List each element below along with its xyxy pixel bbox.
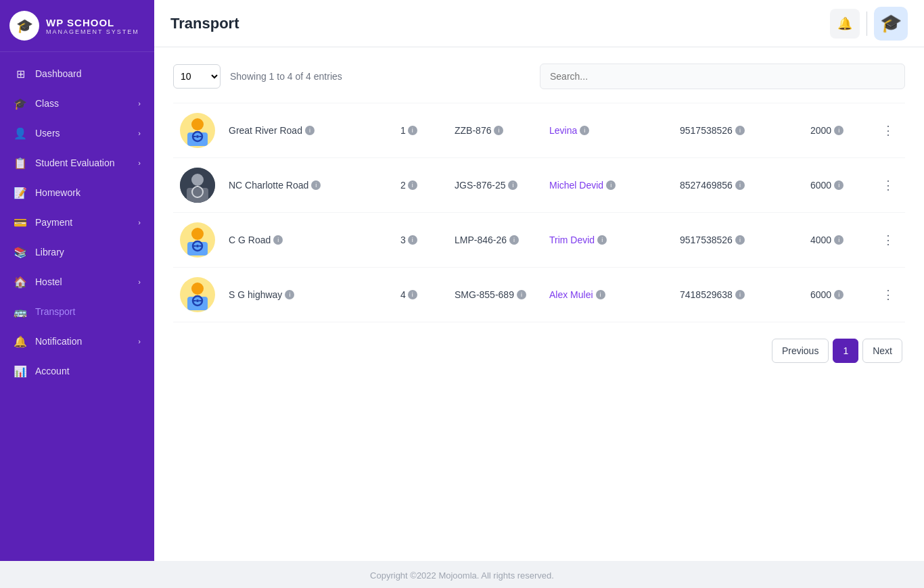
app-name-line1: WP SCHOOL xyxy=(46,17,139,28)
page-title: Transport xyxy=(170,15,239,32)
sidebar-item-account[interactable]: 📊Account xyxy=(0,356,154,386)
page-1-button[interactable]: 1 xyxy=(833,339,858,363)
sidebar-item-hostel[interactable]: 🏠Hostel› xyxy=(0,267,154,297)
col-driver: Michel Devidi xyxy=(549,180,673,191)
svg-rect-1 xyxy=(187,132,208,146)
info-icon: i xyxy=(834,126,844,135)
nav-menu: ⊞Dashboard🎓Class›👤Users›📋Student Evaluat… xyxy=(0,52,154,561)
svg-point-12 xyxy=(191,283,204,295)
info-icon: i xyxy=(834,180,844,190)
col-fee: 6000i xyxy=(810,180,871,191)
info-icon: i xyxy=(597,235,607,245)
col-fee: 2000i xyxy=(810,125,871,136)
col-driver: Trim Devidi xyxy=(549,235,673,245)
col-phone: 8527469856i xyxy=(680,180,804,191)
col-plate: LMP-846-26i xyxy=(455,235,542,245)
sidebar: 🎓 WP SCHOOL MANAGEMENT SYSTEM ⊞Dashboard… xyxy=(0,0,154,561)
svg-point-11 xyxy=(196,245,199,247)
col-action: ⋮ xyxy=(878,175,898,195)
svg-point-3 xyxy=(196,135,199,138)
sidebar-item-student-evaluation[interactable]: 📋Student Evaluation› xyxy=(0,148,154,178)
sidebar-item-notification[interactable]: 🔔Notification› xyxy=(0,326,154,356)
info-icon: i xyxy=(834,235,844,245)
row-avatar xyxy=(180,222,215,258)
sidebar-item-payment[interactable]: 💳Payment› xyxy=(0,207,154,237)
info-icon: i xyxy=(735,235,745,245)
footer-text: Copyright ©2022 Mojoomla. All rights res… xyxy=(370,570,554,581)
more-options-button[interactable]: ⋮ xyxy=(879,120,897,141)
info-icon: i xyxy=(606,180,616,190)
entries-select[interactable]: 102550100 xyxy=(173,64,221,89)
more-options-button[interactable]: ⋮ xyxy=(879,175,897,195)
app-name-line2: MANAGEMENT SYSTEM xyxy=(46,28,139,35)
pagination: Previous 1 Next xyxy=(173,339,905,363)
controls-row: 102550100 Showing 1 to 4 of 4 entries xyxy=(173,64,905,89)
users-chevron-icon: › xyxy=(138,129,141,137)
user-avatar-button[interactable]: 🎓 xyxy=(874,7,908,41)
topbar: Transport 🔔 🎓 xyxy=(154,0,924,47)
hostel-icon: 🏠 xyxy=(14,275,27,289)
col-fee: 6000i xyxy=(810,289,871,300)
info-icon: i xyxy=(508,180,517,190)
sidebar-item-label-account: Account xyxy=(35,366,141,376)
table-row: S G highwayi4iSMG-855-689iAlex Muleii741… xyxy=(173,268,905,322)
col-phone: 9517538526i xyxy=(680,125,804,136)
col-route: S G highwayi xyxy=(222,289,394,300)
notification-icon: 🔔 xyxy=(14,335,27,348)
sidebar-item-transport[interactable]: 🚌Transport xyxy=(0,297,154,326)
info-icon: i xyxy=(311,180,321,190)
row-avatar xyxy=(180,277,215,312)
col-driver: Alex Muleii xyxy=(549,289,673,300)
info-icon: i xyxy=(517,290,526,299)
row-avatar xyxy=(180,168,215,203)
table-row: NC Charlotte Roadi2iJGS-876-25iMichel De… xyxy=(173,158,905,213)
homework-icon: 📝 xyxy=(14,186,27,199)
svg-rect-9 xyxy=(187,242,208,255)
more-options-button[interactable]: ⋮ xyxy=(879,230,897,250)
info-icon: i xyxy=(494,126,503,135)
svg-point-8 xyxy=(191,228,204,240)
sidebar-item-homework[interactable]: 📝Homework xyxy=(0,178,154,207)
more-options-button[interactable]: ⋮ xyxy=(879,285,897,305)
student-evaluation-chevron-icon: › xyxy=(138,159,141,167)
next-button[interactable]: Next xyxy=(862,339,902,363)
sidebar-item-dashboard[interactable]: ⊞Dashboard xyxy=(0,59,154,89)
sidebar-item-label-dashboard: Dashboard xyxy=(35,68,141,79)
info-icon: i xyxy=(509,235,519,245)
payment-icon: 💳 xyxy=(14,216,27,229)
col-phone: 7418529638i xyxy=(680,289,804,300)
showing-text: Showing 1 to 4 of 4 entries xyxy=(230,71,342,82)
sidebar-item-label-payment: Payment xyxy=(35,217,130,228)
student-evaluation-icon: 📋 xyxy=(14,156,27,170)
sidebar-item-label-users: Users xyxy=(35,128,130,139)
col-fee: 4000i xyxy=(810,235,871,245)
col-action: ⋮ xyxy=(878,120,898,141)
hostel-chevron-icon: › xyxy=(138,278,141,286)
info-icon: i xyxy=(273,235,283,245)
logo-text: WP SCHOOL MANAGEMENT SYSTEM xyxy=(46,17,139,35)
info-icon: i xyxy=(834,290,844,299)
info-icon: i xyxy=(580,126,589,135)
sidebar-item-class[interactable]: 🎓Class› xyxy=(0,89,154,118)
info-icon: i xyxy=(408,235,417,245)
svg-rect-13 xyxy=(187,297,208,310)
previous-button[interactable]: Previous xyxy=(772,339,829,363)
info-icon: i xyxy=(408,290,417,299)
col-route: C G Roadi xyxy=(222,235,394,245)
sidebar-item-label-hostel: Hostel xyxy=(35,276,130,287)
sidebar-item-label-homework: Homework xyxy=(35,187,141,198)
info-icon: i xyxy=(735,290,745,299)
search-input[interactable] xyxy=(540,64,905,89)
notification-button[interactable]: 🔔 xyxy=(830,9,860,39)
info-icon: i xyxy=(305,126,315,135)
sidebar-item-label-transport: Transport xyxy=(35,306,141,317)
transport-table: Great River Roadi1iZZB-876iLevinai951753… xyxy=(173,103,905,322)
topbar-right: 🔔 🎓 xyxy=(830,7,908,41)
sidebar-item-users[interactable]: 👤Users› xyxy=(0,118,154,148)
info-icon: i xyxy=(596,290,605,299)
col-route: NC Charlotte Roadi xyxy=(222,180,394,191)
sidebar-item-label-class: Class xyxy=(35,98,130,109)
sidebar-item-library[interactable]: 📚Library xyxy=(0,237,154,267)
sidebar-item-label-student-evaluation: Student Evaluation xyxy=(35,157,130,168)
col-action: ⋮ xyxy=(878,230,898,250)
